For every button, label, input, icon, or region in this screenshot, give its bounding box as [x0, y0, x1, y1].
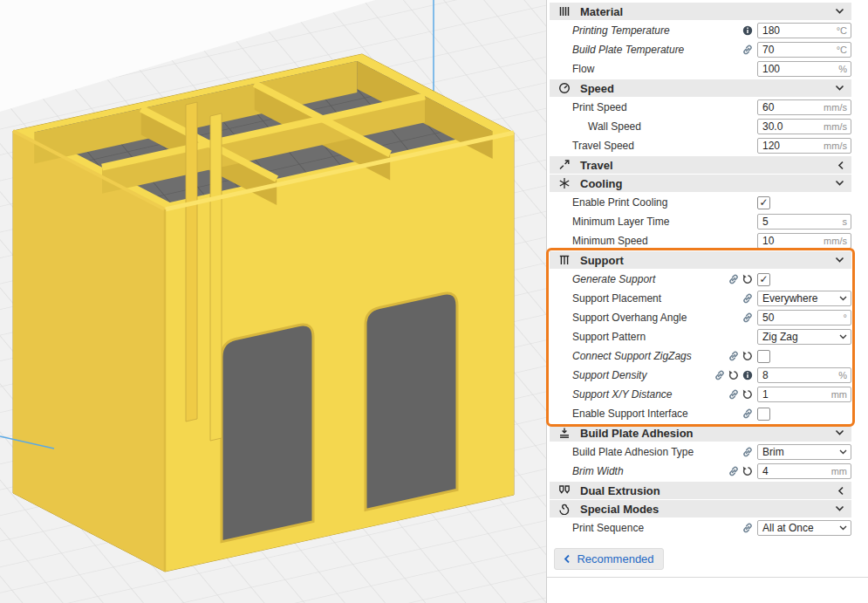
section-header-build-plate-adhesion[interactable]: Build Plate Adhesion: [550, 424, 851, 442]
3d-model[interactable]: [13, 54, 514, 572]
section-header-travel[interactable]: Travel: [550, 156, 851, 174]
section-travel: Travel: [550, 156, 851, 174]
setting-row-wall-speed: Wall Speed30.0mm/s: [550, 117, 851, 136]
setting-label: Support Overhang Angle: [572, 312, 687, 324]
revert-icon[interactable]: [742, 351, 753, 361]
setting-label: Build Plate Adhesion Type: [572, 446, 694, 458]
checkbox-connect-support-zigzags[interactable]: ✓: [757, 350, 770, 363]
checkbox-enable-print-cooling[interactable]: ✓: [757, 196, 770, 209]
field-support-x-y-distance[interactable]: 1mm: [757, 387, 851, 402]
setting-row-build-plate-adhesion-type: Build Plate Adhesion TypeBrim: [550, 442, 851, 462]
section-header-speed[interactable]: Speed: [550, 79, 851, 97]
support-icon: [558, 254, 571, 267]
revert-icon[interactable]: [742, 389, 753, 400]
field-brim-width[interactable]: 4mm: [757, 463, 851, 479]
field-minimum-speed[interactable]: 10mm/s: [757, 233, 851, 249]
recommended-button[interactable]: Recommended: [554, 548, 664, 570]
field-travel-speed[interactable]: 120mm/s: [757, 138, 851, 154]
setting-label: Enable Support Interface: [572, 408, 688, 420]
field-unit: mm/s: [820, 121, 847, 132]
setting-label: Build Plate Temperature: [572, 44, 684, 56]
setting-row-printing-temperature: Printing Temperature180°C: [550, 21, 851, 40]
adhesion-icon: [558, 427, 571, 440]
setting-row-support-pattern: Support PatternZig Zag: [550, 327, 851, 346]
field-value: 4: [762, 465, 769, 477]
travel-icon: [558, 159, 571, 172]
chevron-down-icon: [835, 257, 844, 264]
field-build-plate-temperature[interactable]: 70°C: [757, 42, 851, 58]
field-wall-speed[interactable]: 30.0mm/s: [757, 119, 851, 134]
setting-label: Support Pattern: [572, 331, 646, 343]
field-support-overhang-angle[interactable]: 50°: [757, 310, 851, 325]
dropdown-value: Everywhere: [762, 292, 817, 305]
link-icon: [728, 389, 739, 400]
field-minimum-layer-time[interactable]: 5s: [757, 214, 851, 230]
section-title: Dual Extrusion: [580, 484, 837, 497]
setting-label: Generate Support: [572, 273, 655, 285]
section-title: Special Modes: [580, 503, 835, 516]
revert-icon[interactable]: [728, 370, 739, 380]
checkbox-generate-support[interactable]: ✓: [757, 273, 770, 286]
chevron-down-icon: [835, 85, 844, 92]
field-unit: °C: [833, 45, 847, 55]
info-icon: [742, 25, 753, 36]
section-special-modes: Special ModesPrint SequenceAll at Once: [550, 500, 851, 538]
link-icon: [742, 293, 753, 304]
setting-row-support-x-y-distance: Support X/Y Distance1mm: [550, 385, 851, 404]
dropdown-value: All at Once: [762, 522, 814, 534]
field-unit: s: [839, 216, 848, 227]
revert-icon[interactable]: [742, 274, 753, 284]
field-flow[interactable]: 100%: [757, 61, 851, 77]
setting-label: Enable Print Cooling: [572, 196, 667, 209]
link-icon: [714, 370, 725, 380]
section-header-cooling[interactable]: Cooling: [550, 175, 851, 192]
dropdown-build-plate-adhesion-type[interactable]: Brim: [757, 444, 851, 460]
chevron-down-icon: [835, 429, 844, 436]
section-title: Build Plate Adhesion: [580, 427, 835, 440]
section-header-dual-extrusion[interactable]: Dual Extrusion: [550, 482, 851, 499]
checkbox-enable-support-interface[interactable]: ✓: [757, 408, 770, 421]
section-dual-extrusion: Dual Extrusion: [550, 482, 851, 499]
check-mark: ✓: [759, 274, 768, 284]
field-value: 1: [762, 388, 769, 401]
setting-row-print-speed: Print Speed60mm/s: [550, 98, 851, 117]
field-unit: mm/s: [820, 236, 847, 246]
field-support-density[interactable]: 8%: [757, 367, 851, 383]
field-print-speed[interactable]: 60mm/s: [757, 99, 851, 115]
field-unit: mm: [828, 389, 847, 400]
field-printing-temperature[interactable]: 180°C: [757, 23, 851, 38]
dropdown-value: Zig Zag: [762, 331, 798, 343]
dropdown-support-pattern[interactable]: Zig Zag: [757, 329, 851, 345]
cooling-icon: [558, 177, 571, 190]
setting-label: Travel Speed: [572, 140, 634, 152]
chevron-down-icon: [835, 180, 844, 187]
field-value: 30.0: [762, 120, 783, 133]
field-unit: mm/s: [820, 140, 847, 151]
section-header-material[interactable]: Material: [550, 3, 851, 20]
chevron-left-icon: [837, 486, 844, 496]
section-material: MaterialPrinting Temperature180°CBuild P…: [550, 3, 851, 79]
dropdown-support-placement[interactable]: Everywhere: [757, 291, 851, 306]
setting-row-minimum-speed: Minimum Speed10mm/s: [550, 231, 851, 250]
chevron-left-icon: [837, 161, 844, 170]
viewport-3d[interactable]: [0, 0, 546, 603]
setting-row-travel-speed: Travel Speed120mm/s: [550, 136, 851, 155]
setting-label: Support X/Y Distance: [572, 388, 673, 401]
section-header-support[interactable]: Support: [550, 251, 851, 269]
chevron-left-icon: [564, 554, 571, 564]
section-title: Support: [580, 254, 835, 267]
setting-row-support-density: Support Density8%: [550, 366, 851, 385]
settings-panel: MaterialPrinting Temperature180°CBuild P…: [546, 0, 868, 603]
setting-label: Print Sequence: [572, 522, 644, 534]
field-unit: °: [840, 312, 847, 323]
revert-icon[interactable]: [742, 466, 753, 476]
setting-row-connect-support-zigzags: Connect Support ZigZags✓: [550, 346, 851, 366]
setting-row-generate-support: Generate Support✓: [550, 270, 851, 289]
dropdown-print-sequence[interactable]: All at Once: [757, 520, 851, 536]
field-unit: %: [835, 64, 847, 74]
chevron-down-icon: [839, 334, 847, 339]
setting-label: Support Density: [572, 369, 646, 381]
setting-label: Wall Speed: [572, 120, 641, 133]
material-icon: [558, 5, 571, 18]
section-header-special-modes[interactable]: Special Modes: [550, 500, 851, 517]
